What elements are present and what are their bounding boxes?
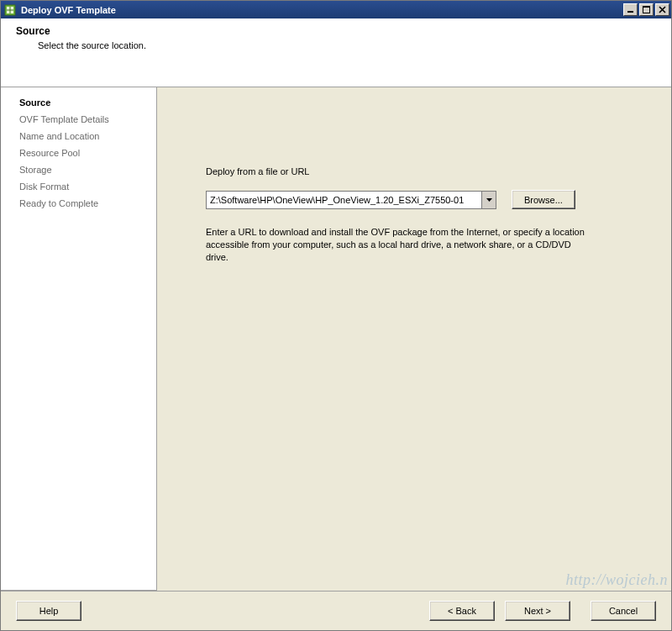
help-button[interactable]: Help: [16, 601, 81, 621]
svg-rect-2: [627, 11, 633, 13]
source-path-input[interactable]: [207, 192, 481, 208]
source-path-row: Browse...: [206, 190, 634, 209]
step-name-and-location[interactable]: Name and Location: [1, 128, 156, 145]
step-ready-to-complete[interactable]: Ready to Complete: [1, 195, 156, 212]
source-path-dropdown-button[interactable]: [481, 192, 496, 208]
step-disk-format[interactable]: Disk Format: [1, 178, 156, 195]
cancel-button[interactable]: Cancel: [591, 601, 656, 621]
wizard-body: Source OVF Template Details Name and Loc…: [1, 87, 671, 592]
page-heading: Source: [16, 25, 663, 37]
watermark-text: http://wojcieh.n: [566, 571, 668, 589]
minimize-button[interactable]: [623, 3, 638, 16]
wizard-footer: Help < Back Next > Cancel: [1, 592, 671, 630]
next-button[interactable]: Next >: [505, 601, 570, 621]
titlebar: Deploy OVF Template: [1, 1, 671, 18]
maximize-button[interactable]: [639, 3, 654, 16]
step-ovf-template-details[interactable]: OVF Template Details: [1, 111, 156, 128]
step-source[interactable]: Source: [1, 94, 156, 111]
wizard-window: Deploy OVF Template Source Select the so…: [0, 0, 672, 631]
window-title: Deploy OVF Template: [21, 5, 623, 15]
close-button[interactable]: [655, 3, 669, 16]
source-path-combo[interactable]: [206, 191, 496, 209]
wizard-steps-sidebar: Source OVF Template Details Name and Loc…: [1, 87, 157, 591]
wizard-content: Deploy from a file or URL Browse... Ente…: [157, 87, 671, 591]
window-controls: [623, 3, 669, 16]
browse-button[interactable]: Browse...: [512, 190, 575, 209]
step-resource-pool[interactable]: Resource Pool: [1, 145, 156, 161]
wizard-header: Source Select the source location.: [1, 18, 671, 87]
back-button[interactable]: < Back: [429, 601, 495, 621]
step-storage[interactable]: Storage: [1, 161, 156, 178]
page-subtext: Select the source location.: [38, 40, 663, 50]
source-instructions: Enter a URL to download and install the …: [206, 226, 592, 264]
deploy-from-label: Deploy from a file or URL: [206, 166, 634, 176]
svg-rect-4: [643, 6, 650, 8]
app-icon: [4, 4, 16, 16]
